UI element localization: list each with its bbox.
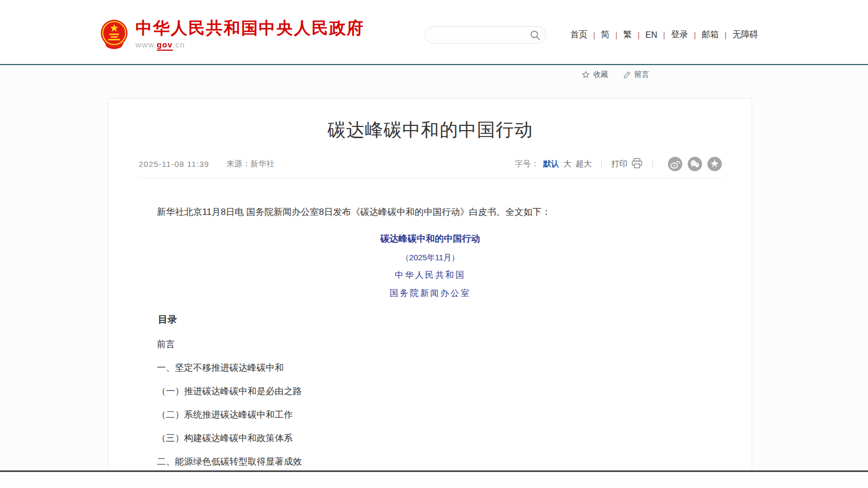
share-star-icon [707,164,722,173]
site-logo[interactable]: 中华人民共和国中央人民政府 www.gov.cn [100,19,364,49]
nav-accessibility[interactable]: 无障碍 [732,29,758,41]
toc-item: 二、能源绿色低碳转型取得显著成效 [139,457,722,467]
bottom-strip [0,472,868,488]
meta-separator [601,159,602,168]
nav-separator: | [724,31,727,39]
page-actions: 收藏 留言 [582,70,649,79]
bottom-edge-line [0,470,868,472]
nav-login[interactable]: 登录 [671,29,688,41]
search-input[interactable] [434,27,527,43]
document-issuer-line1: 中华人民共和国 [139,270,722,281]
document-title: 碳达峰碳中和的中国行动 [139,233,722,245]
search-box [425,26,546,44]
wechat-icon [688,164,702,173]
search-icon[interactable] [530,30,540,41]
site-url[interactable]: www.gov.cn [136,40,364,49]
document-date-line: （2025年11月） [139,253,722,263]
meta-divider [139,178,722,178]
toc-item-preface: 前言 [139,340,722,349]
weibo-icon [668,164,682,173]
toc-item: （三）构建碳达峰碳中和政策体系 [139,434,722,443]
document-issuer-line2: 国务院新闻办公室 [139,288,722,299]
star-icon [582,70,590,79]
national-emblem-icon [100,19,128,49]
source-label: 来源： [226,159,250,169]
font-size-large[interactable]: 大 [563,159,571,169]
nav-separator: | [593,31,595,39]
nav-separator: | [616,31,618,39]
toc-item: （一）推进碳达峰碳中和是必由之路 [139,387,722,396]
comment-label: 留言 [634,70,649,79]
nav-english[interactable]: EN [646,30,657,40]
site-url-highlight: gov [157,40,173,51]
article-container: 碳达峰碳中和的中国行动 2025-11-08 11:39 来源： 新华社 字号：… [108,98,752,488]
comment-button[interactable]: 留言 [623,70,649,79]
font-size-label: 字号： [515,159,539,169]
toc-title: 目录 [139,313,722,326]
favorite-label: 收藏 [593,70,608,79]
nav-separator: | [663,31,665,39]
toc-item: 一、坚定不移推进碳达峰碳中和 [139,363,722,373]
font-size-xlarge[interactable]: 超大 [576,159,592,169]
site-url-prefix: www. [136,40,157,49]
share-weibo-button[interactable] [668,157,682,171]
pencil-icon [623,71,631,79]
nav-home[interactable]: 首页 [570,29,587,41]
site-header: 中华人民共和国中央人民政府 www.gov.cn 首页 | 简 | 繁 | EN… [0,0,868,64]
favorite-button[interactable]: 收藏 [582,70,608,79]
article-title: 碳达峰碳中和的中国行动 [139,117,722,142]
printer-icon [631,158,643,170]
site-title: 中华人民共和国中央人民政府 [136,19,364,37]
share-more-button[interactable] [707,157,722,171]
top-nav: 首页 | 简 | 繁 | EN | 登录 | 邮箱 | 无障碍 [570,29,758,41]
nav-traditional[interactable]: 繁 [623,29,632,41]
publish-date: 2025-11-08 11:39 [139,159,209,169]
article-content: 新华社北京11月8日电 国务院新闻办公室8日发布《碳达峰碳中和的中国行动》白皮书… [139,205,722,488]
print-button[interactable]: 打印 [611,158,643,170]
nav-mail[interactable]: 邮箱 [702,29,719,41]
meta-separator [652,159,653,168]
toc-item: （二）系统推进碳达峰碳中和工作 [139,410,722,420]
article-meta: 2025-11-08 11:39 来源： 新华社 字号： 默认 大 超大 打印 [139,156,722,171]
lead-paragraph: 新华社北京11月8日电 国务院新闻办公室8日发布《碳达峰碳中和的中国行动》白皮书… [139,205,722,219]
source-name: 新华社 [250,159,274,169]
font-size-default[interactable]: 默认 [543,159,559,169]
nav-separator: | [694,31,696,39]
share-wechat-button[interactable] [688,157,702,171]
print-label: 打印 [611,159,627,169]
nav-simplified[interactable]: 简 [601,29,610,41]
nav-separator: | [638,31,640,39]
site-url-suffix: .cn [173,40,185,49]
